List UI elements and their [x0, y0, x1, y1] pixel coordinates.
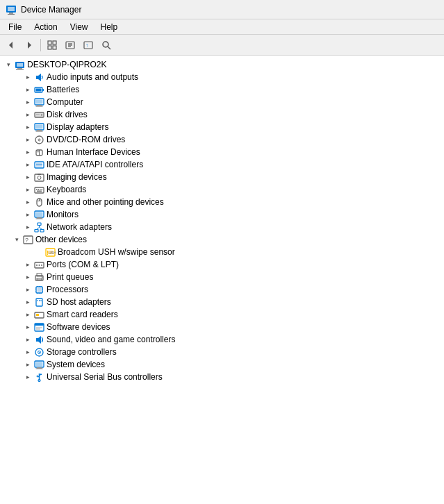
- svg-point-16: [103, 42, 108, 47]
- expander[interactable]: [22, 311, 33, 318]
- expander[interactable]: [22, 74, 33, 81]
- root-expander[interactable]: [3, 61, 14, 68]
- list-item[interactable]: Network adapters: [0, 221, 444, 233]
- svg-point-40: [39, 140, 40, 140]
- list-item[interactable]: DVD/CD-ROM drives: [0, 133, 444, 146]
- list-item[interactable]: Display adapters: [0, 121, 444, 133]
- expander[interactable]: [22, 186, 33, 193]
- audio-icon: [33, 72, 44, 83]
- item-label: Software devices: [47, 322, 110, 332]
- other-devices-icon: ?: [22, 234, 33, 245]
- list-item[interactable]: Software devices: [0, 321, 444, 333]
- svg-marker-5: [28, 42, 31, 49]
- list-item[interactable]: Computer: [0, 96, 444, 108]
- item-label: SD host adapters: [47, 297, 111, 307]
- list-item[interactable]: Audio inputs and outputs: [0, 71, 444, 83]
- expander[interactable]: [22, 361, 33, 368]
- other-devices-expander[interactable]: [11, 236, 22, 243]
- tree-view: DESKTOP-QIPRO2K Audio inputs and outputs…: [0, 56, 444, 504]
- list-item[interactable]: Disk drives: [0, 108, 444, 121]
- expander[interactable]: [22, 86, 33, 93]
- list-item[interactable]: Human Interface Devices: [0, 146, 444, 158]
- svg-rect-55: [37, 190, 42, 192]
- batteries-icon: [33, 84, 44, 95]
- list-item[interactable]: Smart card readers: [0, 308, 444, 321]
- svg-rect-37: [35, 131, 42, 131]
- menu-bar: File Action View Help: [0, 19, 444, 35]
- list-item[interactable]: Batteries: [0, 83, 444, 96]
- svg-rect-19: [17, 63, 23, 67]
- expander[interactable]: [22, 348, 33, 355]
- item-label: IDE ATA/ATAPI controllers: [47, 160, 143, 169]
- menu-help[interactable]: Help: [95, 21, 124, 33]
- svg-rect-50: [35, 187, 44, 193]
- view-button[interactable]: [44, 37, 60, 53]
- expander[interactable]: [22, 286, 33, 293]
- expander[interactable]: [22, 299, 33, 305]
- hid-icon: [33, 146, 44, 158]
- back-button[interactable]: [3, 37, 19, 53]
- list-item[interactable]: Imaging devices: [0, 171, 444, 183]
- expander[interactable]: [22, 211, 33, 218]
- title-bar-text: Device Manager: [21, 5, 81, 15]
- expander[interactable]: [22, 224, 33, 230]
- properties-button[interactable]: [62, 37, 79, 53]
- menu-action[interactable]: Action: [28, 21, 63, 33]
- expander[interactable]: [22, 149, 33, 156]
- root-label: DESKTOP-QIPRO2K: [27, 60, 106, 69]
- svg-rect-52: [38, 189, 39, 190]
- broadcom-item[interactable]: ! USH Broadcom USH w/swipe sensor: [0, 246, 444, 258]
- item-label: Monitors: [47, 210, 79, 219]
- svg-rect-101: [35, 312, 44, 318]
- svg-line-17: [108, 47, 110, 49]
- item-label: DVD/CD-ROM drives: [47, 135, 125, 144]
- menu-file[interactable]: File: [3, 21, 27, 33]
- processor-icon: [33, 284, 44, 295]
- svg-rect-3: [8, 14, 15, 15]
- expander[interactable]: [22, 274, 33, 280]
- expander[interactable]: [22, 373, 33, 380]
- expander[interactable]: [22, 336, 33, 343]
- expander[interactable]: [22, 324, 33, 330]
- list-item[interactable]: Processors: [0, 283, 444, 296]
- svg-rect-113: [37, 367, 42, 369]
- svg-rect-104: [35, 324, 44, 326]
- list-item[interactable]: Print queues: [0, 271, 444, 283]
- update-driver-button[interactable]: ↑: [80, 37, 97, 53]
- list-item[interactable]: SD host adapters: [0, 296, 444, 308]
- toolbar-separator-1: [40, 39, 41, 51]
- list-item[interactable]: Universal Serial Bus controllers: [0, 371, 444, 383]
- item-label: Keyboards: [47, 185, 86, 194]
- svg-rect-112: [35, 362, 42, 366]
- list-item[interactable]: Ports (COM & LPT): [0, 258, 444, 271]
- item-label: Batteries: [47, 85, 79, 94]
- broadcom-label: Broadcom USH w/swipe sensor: [58, 247, 175, 257]
- scan-button[interactable]: [98, 37, 115, 53]
- list-item[interactable]: Monitors: [0, 208, 444, 221]
- list-item[interactable]: IDE ATA/ATAPI controllers: [0, 158, 444, 171]
- list-item[interactable]: Keyboards: [0, 183, 444, 196]
- item-label: System devices: [47, 360, 105, 369]
- expander[interactable]: [22, 99, 33, 106]
- expander[interactable]: [22, 199, 33, 205]
- expander[interactable]: [22, 111, 33, 118]
- forward-button[interactable]: [21, 37, 38, 53]
- list-item[interactable]: Mice and other pointing devices: [0, 196, 444, 208]
- item-label: Print queues: [47, 272, 93, 282]
- list-item[interactable]: System devices: [0, 358, 444, 371]
- item-label: Display adapters: [47, 122, 108, 132]
- tree-root[interactable]: DESKTOP-QIPRO2K: [0, 58, 444, 71]
- expander[interactable]: [22, 136, 33, 143]
- svg-text:USH: USH: [49, 251, 56, 255]
- svg-rect-63: [38, 223, 41, 226]
- menu-view[interactable]: View: [65, 21, 94, 33]
- root-icon: [14, 59, 25, 70]
- expander[interactable]: [22, 174, 33, 180]
- expander[interactable]: [22, 261, 33, 268]
- other-devices-item[interactable]: ? Other devices: [0, 233, 444, 246]
- monitor-icon: [33, 209, 44, 220]
- list-item[interactable]: Sound, video and game controllers: [0, 333, 444, 346]
- list-item[interactable]: Storage controllers: [0, 346, 444, 358]
- expander[interactable]: [22, 161, 33, 168]
- expander[interactable]: [22, 124, 33, 131]
